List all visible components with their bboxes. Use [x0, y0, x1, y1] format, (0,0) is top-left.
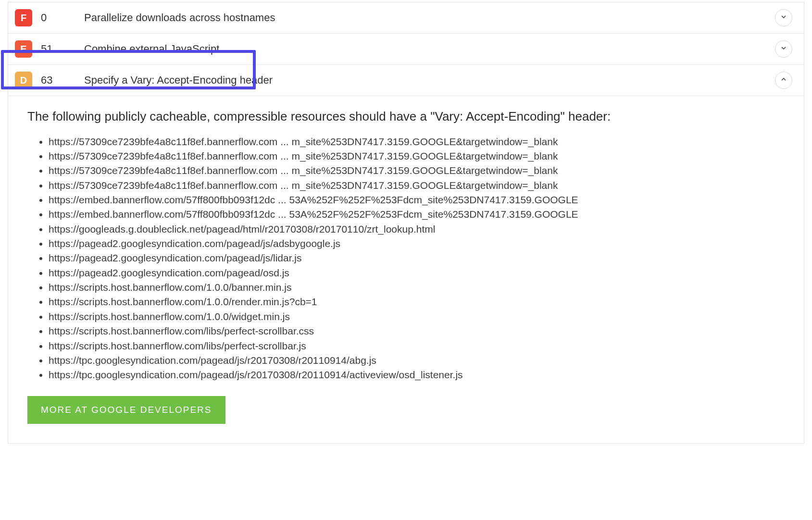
resource-item: https://57309ce7239bfe4a8c11f8ef.bannerf…	[49, 163, 785, 178]
grade-badge: E	[15, 40, 32, 58]
recommendations-panel: F 0 Parallelize downloads across hostnam…	[8, 2, 804, 444]
grade-badge: D	[15, 72, 32, 89]
resource-item: https://57309ce7239bfe4a8c11f8ef.bannerf…	[49, 149, 785, 163]
chevron-down-icon	[780, 13, 787, 23]
score-value: 51	[32, 43, 67, 55]
resource-item: https://scripts.host.bannerflow.com/libs…	[49, 324, 785, 338]
resource-item: https://pagead2.googlesyndication.com/pa…	[49, 236, 785, 251]
resource-item: https://scripts.host.bannerflow.com/1.0.…	[49, 280, 785, 295]
recommendation-title: Parallelize downloads across hostnames	[67, 12, 773, 24]
resource-item: https://embed.bannerflow.com/57ff800fbb0…	[49, 193, 785, 207]
more-at-google-developers-button[interactable]: MORE AT GOOGLE DEVELOPERS	[27, 396, 225, 424]
resource-item: https://googleads.g.doubleclick.net/page…	[49, 222, 785, 236]
expand-toggle[interactable]	[775, 9, 792, 26]
resource-item: https://pagead2.googlesyndication.com/pa…	[49, 266, 785, 280]
resource-item: https://tpc.googlesyndication.com/pagead…	[49, 368, 785, 382]
resource-item: https://embed.bannerflow.com/57ff800fbb0…	[49, 207, 785, 222]
resource-item: https://scripts.host.bannerflow.com/libs…	[49, 339, 785, 353]
recommendation-title: Combine external JavaScript	[67, 43, 773, 55]
resource-item: https://pagead2.googlesyndication.com/pa…	[49, 251, 785, 265]
grade-badge: F	[15, 9, 32, 26]
resource-item: https://57309ce7239bfe4a8c11f8ef.bannerf…	[49, 178, 785, 193]
recommendation-title: Specify a Vary: Accept-Encoding header	[67, 74, 773, 87]
chevron-up-icon	[780, 75, 787, 85]
score-value: 0	[32, 12, 67, 24]
details-heading: The following publicly cacheable, compre…	[27, 108, 785, 126]
recommendation-details: The following publicly cacheable, compre…	[8, 96, 804, 444]
expand-toggle[interactable]	[775, 72, 792, 89]
score-value: 63	[32, 74, 67, 87]
resource-item: https://tpc.googlesyndication.com/pagead…	[49, 353, 785, 368]
resource-item: https://scripts.host.bannerflow.com/1.0.…	[49, 295, 785, 309]
recommendation-row[interactable]: F 0 Parallelize downloads across hostnam…	[8, 2, 804, 34]
recommendation-row[interactable]: D 63 Specify a Vary: Accept-Encoding hea…	[8, 65, 804, 96]
expand-toggle[interactable]	[775, 40, 792, 58]
resource-item: https://scripts.host.bannerflow.com/1.0.…	[49, 310, 785, 324]
resource-list: https://57309ce7239bfe4a8c11f8ef.bannerf…	[27, 135, 785, 383]
recommendation-row[interactable]: E 51 Combine external JavaScript	[8, 34, 804, 65]
chevron-down-icon	[780, 44, 787, 54]
resource-item: https://57309ce7239bfe4a8c11f8ef.bannerf…	[49, 135, 785, 149]
